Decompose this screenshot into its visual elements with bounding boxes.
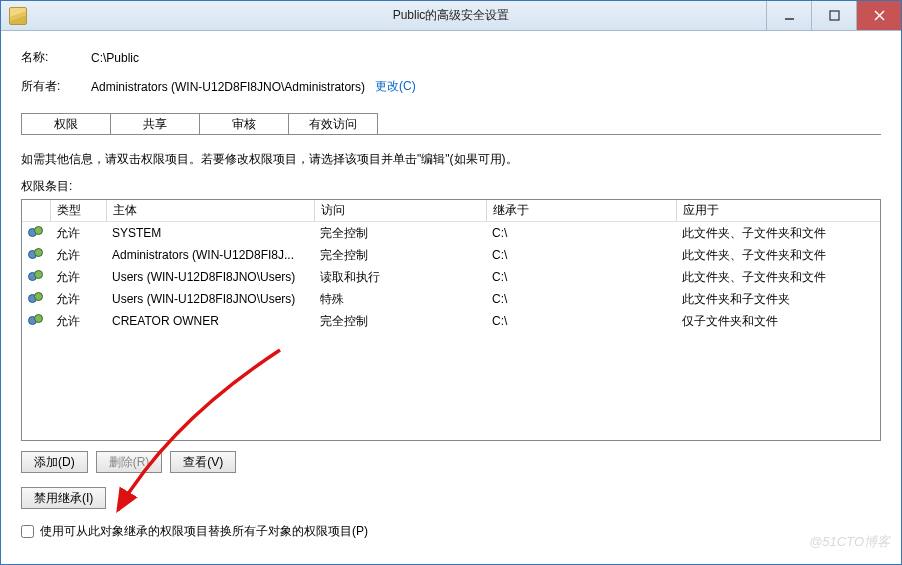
tabs: 权限 共享 审核 有效访问 — [21, 113, 881, 135]
entry-access: 完全控制 — [314, 313, 486, 330]
permission-entry[interactable]: 允许Users (WIN-U12D8FI8JNO\Users)读取和执行C:\此… — [22, 266, 880, 288]
entry-inherit: C:\ — [486, 314, 676, 328]
minimize-button[interactable] — [766, 1, 811, 30]
permission-list[interactable]: 类型 主体 访问 继承于 应用于 允许SYSTEM完全控制C:\此文件夹、子文件… — [21, 199, 881, 441]
name-value: C:\Public — [91, 51, 139, 65]
users-icon — [28, 270, 44, 284]
owner-row: 所有者: Administrators (WIN-U12D8FI8JNO\Adm… — [21, 78, 881, 95]
entry-principal: Users (WIN-U12D8FI8JNO\Users) — [106, 270, 314, 284]
entry-apply: 此文件夹和子文件夹 — [676, 291, 880, 308]
users-icon — [28, 314, 44, 328]
window-title: Public的高级安全设置 — [393, 7, 510, 24]
entry-inherit: C:\ — [486, 292, 676, 306]
view-button[interactable]: 查看(V) — [170, 451, 236, 473]
replace-children-checkbox[interactable] — [21, 525, 34, 538]
col-type-header[interactable]: 类型 — [50, 200, 106, 221]
users-icon — [28, 226, 44, 240]
entry-inherit: C:\ — [486, 226, 676, 240]
col-principal-header[interactable]: 主体 — [106, 200, 314, 221]
maximize-button[interactable] — [811, 1, 856, 30]
svg-rect-1 — [830, 11, 839, 20]
remove-button: 删除(R) — [96, 451, 163, 473]
tab-border — [21, 134, 881, 135]
entry-inherit: C:\ — [486, 270, 676, 284]
entry-principal: CREATOR OWNER — [106, 314, 314, 328]
col-access-header[interactable]: 访问 — [314, 200, 486, 221]
entry-type: 允许 — [50, 291, 106, 308]
permission-entry[interactable]: 允许Administrators (WIN-U12D8FI8J...完全控制C:… — [22, 244, 880, 266]
entry-principal: Administrators (WIN-U12D8FI8J... — [106, 248, 314, 262]
entry-inherit: C:\ — [486, 248, 676, 262]
users-icon — [28, 248, 44, 262]
dialog-window: Public的高级安全设置 名称: C:\Public 所有者: Adminis… — [0, 0, 902, 565]
entry-apply: 此文件夹、子文件夹和文件 — [676, 247, 880, 264]
action-buttons: 添加(D) 删除(R) 查看(V) — [21, 451, 881, 473]
owner-label: 所有者: — [21, 78, 91, 95]
permission-entry[interactable]: 允许CREATOR OWNER完全控制C:\仅子文件夹和文件 — [22, 310, 880, 332]
replace-children-label: 使用可从此对象继承的权限项目替换所有子对象的权限项目(P) — [40, 523, 368, 540]
users-icon — [28, 292, 44, 306]
entry-apply: 此文件夹、子文件夹和文件 — [676, 225, 880, 242]
entry-type: 允许 — [50, 225, 106, 242]
tab-permissions[interactable]: 权限 — [21, 113, 111, 135]
owner-value: Administrators (WIN-U12D8FI8JNO\Administ… — [91, 80, 365, 94]
disable-inherit-button[interactable]: 禁用继承(I) — [21, 487, 106, 509]
entry-apply: 仅子文件夹和文件 — [676, 313, 880, 330]
entry-type: 允许 — [50, 269, 106, 286]
name-row: 名称: C:\Public — [21, 49, 881, 66]
tab-share[interactable]: 共享 — [110, 113, 200, 135]
add-button[interactable]: 添加(D) — [21, 451, 88, 473]
replace-children-row: 使用可从此对象继承的权限项目替换所有子对象的权限项目(P) — [21, 523, 881, 540]
tab-effective[interactable]: 有效访问 — [288, 113, 378, 135]
hint-text: 如需其他信息，请双击权限项目。若要修改权限项目，请选择该项目并单击"编辑"(如果… — [21, 151, 881, 168]
entry-principal: SYSTEM — [106, 226, 314, 240]
entry-apply: 此文件夹、子文件夹和文件 — [676, 269, 880, 286]
name-label: 名称: — [21, 49, 91, 66]
permission-entry[interactable]: 允许Users (WIN-U12D8FI8JNO\Users)特殊C:\此文件夹… — [22, 288, 880, 310]
disable-inherit-row: 禁用继承(I) — [21, 487, 881, 509]
entry-access: 特殊 — [314, 291, 486, 308]
permission-header: 类型 主体 访问 继承于 应用于 — [22, 200, 880, 222]
entry-access: 读取和执行 — [314, 269, 486, 286]
entry-principal: Users (WIN-U12D8FI8JNO\Users) — [106, 292, 314, 306]
change-owner-link[interactable]: 更改(C) — [375, 78, 416, 95]
titlebar: Public的高级安全设置 — [1, 1, 901, 31]
entry-type: 允许 — [50, 247, 106, 264]
tab-audit[interactable]: 审核 — [199, 113, 289, 135]
content-area: 名称: C:\Public 所有者: Administrators (WIN-U… — [1, 31, 901, 564]
col-inherit-header[interactable]: 继承于 — [486, 200, 676, 221]
entry-type: 允许 — [50, 313, 106, 330]
close-button[interactable] — [856, 1, 901, 30]
permission-entry[interactable]: 允许SYSTEM完全控制C:\此文件夹、子文件夹和文件 — [22, 222, 880, 244]
col-apply-header[interactable]: 应用于 — [676, 200, 880, 221]
entry-access: 完全控制 — [314, 225, 486, 242]
entry-access: 完全控制 — [314, 247, 486, 264]
list-label: 权限条目: — [21, 178, 881, 195]
folder-icon — [9, 7, 27, 25]
window-controls — [766, 1, 901, 30]
